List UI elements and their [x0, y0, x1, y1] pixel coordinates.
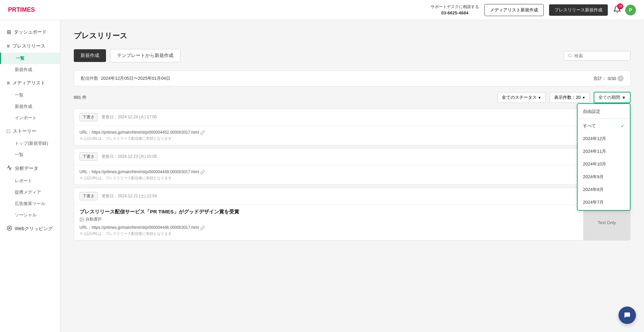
chevron-down-icon-2: ▼: [582, 96, 585, 99]
sidebar-item-list-label: 一覧: [16, 56, 24, 61]
stats-range: 2024年12月05日〜2025年01月04日: [101, 75, 170, 81]
link-icon-2: [200, 170, 205, 175]
sidebar-item-media-new[interactable]: 新規作成: [0, 101, 60, 112]
sidebar-section-media-list: ≡ メディアリスト 一覧 新規作成 インポート: [0, 77, 60, 124]
pr-note-1: ※上記URLは、プレスリリース配信後に有効となります: [79, 136, 625, 141]
sidebar-item-media-import[interactable]: インポート: [0, 112, 60, 124]
sidebar-item-list[interactable]: 一覧: [0, 53, 60, 64]
chat-button[interactable]: [619, 307, 636, 324]
analytics-icon: [7, 165, 12, 172]
sidebar-item-press-release[interactable]: ≡ プレスリリース: [0, 40, 60, 53]
svg-point-1: [9, 227, 10, 229]
sidebar-item-media-new-label: 新規作成: [15, 104, 32, 109]
pr-url-3: URL：https://prtimes.jp/main/html/rd/p/00…: [79, 225, 578, 230]
sidebar-item-report-label: レポート: [15, 178, 32, 183]
dropdown-item-2024-12-label: 2024年12月: [583, 136, 606, 142]
action-bar: 新規作成 テンプレートから新規作成: [74, 49, 631, 62]
filter-bar: 891 件 全てのステータス ▼ 表示件数：20 ▼ 全ての期間 ▼: [74, 92, 631, 103]
layout: ⊞ ダッシュボード ≡ プレスリリース 一覧 新規作成 ≡ メディアリスト 一覧: [0, 20, 644, 332]
sidebar-item-analytics[interactable]: 分析データ: [0, 162, 60, 175]
web-clipping-icon: [7, 225, 12, 232]
stats-total: 合計： 0/30 ?: [593, 75, 624, 81]
notification-icon[interactable]: 18: [613, 5, 621, 15]
sidebar-item-press-release-label: プレスリリース: [12, 43, 45, 49]
display-count-button[interactable]: 表示件数：20 ▼: [550, 92, 590, 103]
status-filter-label: 全てのステータス: [502, 94, 537, 101]
sidebar-item-media-list-sub[interactable]: 一覧: [0, 89, 60, 101]
dropdown-item-2024-08-label: 2024年8月: [583, 187, 604, 193]
sidebar-item-social-label: ソーシャル: [15, 212, 37, 217]
avatar[interactable]: P: [625, 5, 636, 15]
press-release-item-3: 下書き 更新日：2024.12.21 (土) 12:54 ••• プレスリリース…: [74, 188, 631, 241]
new-button[interactable]: 新規作成: [74, 49, 106, 62]
search-input[interactable]: [574, 53, 626, 58]
dropdown-item-2024-09[interactable]: 2024年9月: [578, 171, 630, 183]
sidebar-item-story[interactable]: □ ストーリー: [0, 125, 60, 138]
sidebar-item-ad-calc[interactable]: 広告換算ツール: [0, 198, 60, 209]
story-icon: □: [7, 128, 10, 134]
media-list-new-button[interactable]: メディアリスト新規作成: [484, 4, 544, 16]
sidebar-item-web-clipping-label: Webクリッピング: [15, 226, 53, 232]
filter-right: 全てのステータス ▼ 表示件数：20 ▼ 全ての期間 ▼ 自由設定: [497, 92, 631, 103]
dropdown-item-2024-10[interactable]: 2024年10月: [578, 158, 630, 171]
result-count: 891 件: [74, 94, 87, 101]
update-time-1: 更新日：2024.12.24 (火) 17:05: [102, 114, 157, 120]
dropdown-item-2024-11[interactable]: 2024年11月: [578, 145, 630, 158]
chevron-down-icon: ▼: [538, 96, 541, 99]
help-icon[interactable]: ?: [618, 75, 624, 81]
header-right: サポートデスクに相談する 03-6625-4684 メディアリスト新規作成 プレ…: [431, 4, 636, 16]
support-phone: 03-6625-4684: [431, 10, 479, 16]
svg-point-5: [81, 218, 82, 219]
sidebar-item-dashboard-label: ダッシュボード: [14, 29, 47, 35]
pr-auto-select-3: 自動選択: [79, 216, 578, 222]
pr-url-2: URL：https://prtimes.jp/main/html/rd/p/00…: [79, 169, 625, 175]
sidebar-section-dashboard: ⊞ ダッシュボード: [0, 25, 60, 39]
pr-item-2-info: URL：https://prtimes.jp/main/html/rd/p/00…: [74, 165, 630, 185]
search-box: [564, 51, 631, 61]
sidebar-item-media-import-label: インポート: [15, 115, 37, 120]
sidebar-item-media-list[interactable]: ≡ メディアリスト: [0, 77, 60, 89]
period-filter-button[interactable]: 全ての期間 ▼: [594, 92, 631, 103]
dropdown-divider: [578, 119, 630, 119]
period-dropdown-wrapper: 全ての期間 ▼ 自由設定 すべて ✓ 20: [594, 92, 631, 103]
sidebar-item-dashboard[interactable]: ⊞ ダッシュボード: [0, 25, 60, 39]
period-filter-label: 全ての期間: [598, 94, 620, 101]
stats-total-value: 0/30: [608, 76, 616, 81]
sidebar-item-story-top[interactable]: トップ(新規登録): [0, 138, 60, 149]
dropdown-item-2024-10-label: 2024年10月: [583, 161, 606, 167]
sidebar-item-media-list-label: メディアリスト: [12, 80, 45, 86]
chevron-down-icon-3: ▼: [622, 95, 626, 100]
notif-badge: 18: [617, 3, 623, 9]
press-release-item-2: 下書き 更新日：2024.12.23 (月) 15:05 ••• URL：htt…: [74, 148, 631, 185]
dropdown-item-2024-12[interactable]: 2024年12月: [578, 132, 630, 145]
press-release-list: 下書き 更新日：2024.12.24 (火) 17:05 ••• URL：htt…: [74, 109, 631, 243]
sidebar-section-analytics: 分析データ レポート 提携メディア 広告換算ツール ソーシャル: [0, 162, 60, 221]
dropdown-item-all[interactable]: すべて ✓: [578, 120, 630, 132]
pr-item-2-header: 下書き 更新日：2024.12.23 (月) 15:05 •••: [74, 148, 630, 165]
dropdown-item-2024-07-label: 2024年7月: [583, 199, 604, 205]
dropdown-item-free-label: 自由設定: [583, 109, 600, 115]
auto-select-label-3: 自動選択: [86, 216, 102, 222]
sidebar-item-story-list[interactable]: 一覧: [0, 149, 60, 160]
svg-point-0: [7, 226, 11, 230]
sidebar-item-web-clipping[interactable]: Webクリッピング: [0, 222, 60, 236]
pr-note-3: ※上記URLは、プレスリリース配信後に有効となります: [79, 231, 578, 236]
dropdown-item-2024-07[interactable]: 2024年7月: [578, 196, 630, 209]
sidebar-item-report[interactable]: レポート: [0, 175, 60, 187]
press-release-new-button[interactable]: プレスリリース新規作成: [549, 4, 608, 16]
dropdown-item-free[interactable]: 自由設定: [578, 105, 630, 118]
pr-title-3: プレスリリース配信サービス「PR TIMES」がグッドデザイン賞を受賞: [79, 209, 578, 215]
pr-url-1: URL：https://prtimes.jp/main/html/rd/p/00…: [79, 130, 625, 135]
sidebar-item-partner-media[interactable]: 提携メディア: [0, 187, 60, 198]
sidebar-item-new-create-label: 新規作成: [15, 67, 32, 72]
sidebar: ⊞ ダッシュボード ≡ プレスリリース 一覧 新規作成 ≡ メディアリスト 一覧: [0, 20, 60, 332]
sidebar-item-social[interactable]: ソーシャル: [0, 209, 60, 221]
sidebar-item-story-top-label: トップ(新規登録): [15, 141, 48, 146]
sidebar-item-story-label: ストーリー: [13, 128, 36, 134]
sidebar-item-new-create[interactable]: 新規作成: [0, 64, 60, 75]
template-button[interactable]: テンプレートから新規作成: [110, 49, 180, 62]
status-badge-3: 下書き: [79, 192, 98, 200]
period-dropdown-menu: 自由設定 すべて ✓ 2024年12月 2024年11月: [577, 103, 631, 211]
dropdown-item-2024-08[interactable]: 2024年8月: [578, 183, 630, 196]
status-filter-button[interactable]: 全てのステータス ▼: [497, 92, 546, 103]
